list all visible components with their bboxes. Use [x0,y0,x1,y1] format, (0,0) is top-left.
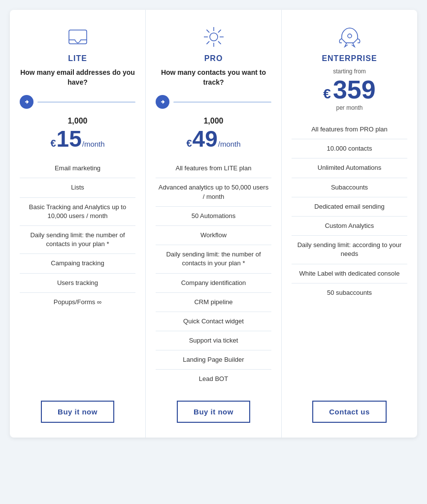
plan-lite-name: LITE [68,54,87,63]
enterprise-features: All features from PRO plan 10.000 contac… [292,120,407,389]
pro-contact-count: 1,000 [203,117,223,126]
lite-feature-2: Lists [20,178,135,197]
svg-point-10 [348,34,352,38]
plan-pro-subtitle: How many contacts you want to track? [156,68,271,87]
pro-feature-3: 50 Automations [156,206,271,225]
lite-cta-button[interactable]: Buy it now [41,401,114,423]
lite-feature-7: Popups/Forms ∞ [20,292,135,312]
enterprise-feature-3: Unlimited Automations [292,158,407,177]
enterprise-feature-9: 50 subaccounts [292,283,407,302]
lite-feature-6: Users tracking [20,273,135,292]
svg-line-8 [218,30,221,32]
svg-line-6 [206,30,209,32]
enterprise-currency: € [323,86,331,102]
enterprise-cta-button[interactable]: Contact us [312,401,387,423]
svg-rect-0 [69,30,87,44]
plan-enterprise: ENTERPRISE starting from € 359 per month… [282,10,417,438]
lite-price-number: 15 [57,127,82,150]
lite-feature-5: Campaing tracking [20,253,135,273]
pro-feature-8: Quick Contact widget [156,312,271,331]
pro-feature-4: Workflow [156,225,271,245]
enterprise-feature-5: Dedicated email sending [292,197,407,216]
lite-feature-3: Basic Tracking and Analytics up to 10,00… [20,197,135,225]
lite-slider-track[interactable] [37,101,135,103]
pro-feature-9: Support via ticket [156,331,271,350]
pro-feature-10: Landing Page Builder [156,350,271,369]
pro-feature-6: Company identification [156,273,271,292]
pro-price-period: /month [218,140,241,148]
pro-features: All features from LITE plan Advanced ana… [156,159,271,388]
plan-enterprise-name: ENTERPRISE [322,54,377,63]
lite-features: Email marketing Lists Basic Tracking and… [20,159,135,388]
pro-price-number: 49 [193,127,218,150]
lite-slider-row [20,95,135,109]
inbox-icon [66,25,90,49]
enterprise-feature-2: 10.000 contacts [292,139,407,158]
lite-feature-4: Daily sending limit: the number of conta… [20,225,135,253]
enterprise-price-number: 359 [333,77,376,102]
pro-slider-track[interactable] [173,101,271,103]
plan-pro: PRO How many contacts you want to track?… [146,10,282,438]
enterprise-per-month: per month [336,104,362,111]
pro-feature-11: Lead BOT [156,369,271,388]
lite-feature-1: Email marketing [20,159,135,178]
pro-slider-thumb[interactable] [156,95,169,109]
pro-slider-row [156,95,271,109]
pro-feature-1: All features from LITE plan [156,159,271,178]
enterprise-feature-4: Subaccounts [292,178,407,197]
sun-icon [201,25,226,49]
rocket-icon [337,25,362,49]
lite-price-currency: € [50,138,56,149]
enterprise-starting-from: starting from [333,68,366,75]
lite-price-period: /month [82,140,105,148]
lite-price: € 15 /month [50,127,104,150]
pro-feature-7: CRM pipeline [156,292,271,312]
enterprise-feature-7: Daily sending limit: according to your n… [292,235,407,263]
pro-feature-5: Daily sending limit: the number of conta… [156,245,271,273]
enterprise-feature-8: White Label with dedicated console [292,264,407,283]
pro-price: € 49 /month [186,127,240,150]
enterprise-price: € 359 [323,77,375,102]
plan-pro-name: PRO [204,54,223,63]
enterprise-feature-6: Custom Analytics [292,216,407,235]
lite-slider-thumb[interactable] [20,95,33,109]
enterprise-feature-1: All features from PRO plan [292,120,407,139]
pro-price-currency: € [186,138,192,149]
svg-point-1 [210,33,218,41]
lite-contact-count: 1,000 [67,117,87,126]
plan-lite: LITE How many email addresses do you hav… [10,10,146,438]
pro-cta-button[interactable]: Buy it now [177,401,250,423]
svg-line-9 [206,41,209,44]
plan-lite-subtitle: How many email addresses do you have? [20,68,135,87]
pro-feature-2: Advanced analytics up to 50,000 users / … [156,178,271,206]
svg-line-7 [218,41,221,44]
pricing-container: LITE How many email addresses do you hav… [10,10,417,438]
